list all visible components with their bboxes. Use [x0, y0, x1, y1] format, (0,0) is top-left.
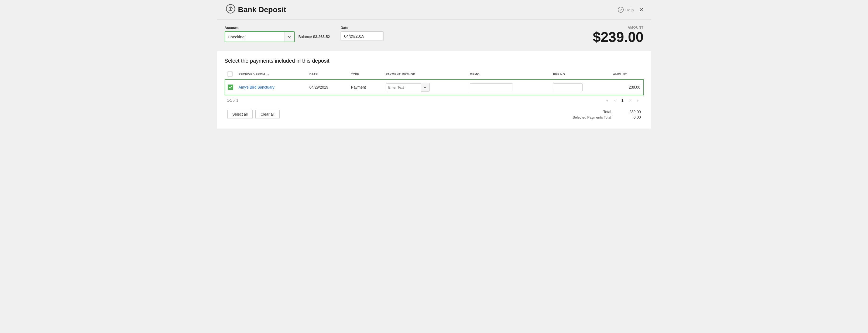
pagination-controls: « ‹ 1 › » [604, 97, 641, 104]
payment-method-input[interactable] [386, 83, 421, 91]
form-section: Account Checking Balance $3,263.52 Date … [217, 20, 651, 51]
td-type: Payment [348, 79, 383, 95]
section-title: Select the payments included in this dep… [225, 58, 644, 64]
th-received-from[interactable]: RECEIVED FROM ▲ [236, 70, 307, 79]
help-circle-icon: ? [618, 7, 624, 13]
th-amount: AMOUNT [610, 70, 643, 79]
row-checkbox-cell [225, 79, 236, 95]
payment-method-cell [386, 83, 465, 91]
footer-actions: Select all Clear all Total 239.00 Select… [225, 105, 644, 122]
selected-payments-row: Selected Payments Total 0.00 [557, 115, 641, 119]
pagination-info: 1-1 of 1 [227, 99, 238, 102]
current-page: 1 [619, 97, 626, 104]
date-label: Date [341, 26, 384, 30]
total-value: 239.00 [622, 110, 641, 114]
account-dropdown-button[interactable] [284, 32, 294, 41]
account-input-row: Checking [225, 31, 295, 42]
main-content: Select the payments included in this dep… [217, 51, 651, 129]
first-page-button[interactable]: « [604, 97, 611, 104]
amount-group: AMOUNT $239.00 [593, 26, 644, 45]
th-payment-method[interactable]: PAYMENT METHOD [383, 70, 467, 79]
table-row: Amy's Bird Sanctuary 04/29/2019 Payment [225, 79, 643, 95]
payment-method-dropdown[interactable] [421, 83, 430, 91]
customer-link[interactable]: Amy's Bird Sanctuary [239, 85, 275, 89]
account-label: Account [225, 26, 330, 30]
page-wrapper: Bank Deposit ? Help × Account Checking B… [217, 0, 651, 129]
ref-no-input[interactable] [553, 83, 583, 91]
th-ref-no[interactable]: REF NO. [550, 70, 611, 79]
date-input[interactable]: 04/29/2019 [341, 31, 384, 41]
row-checkbox[interactable] [228, 85, 233, 90]
td-date: 04/29/2019 [307, 79, 348, 95]
sort-arrow-icon: ▲ [267, 73, 269, 76]
td-ref-no [550, 79, 611, 95]
memo-input[interactable] [470, 83, 513, 91]
account-group: Account Checking Balance $3,263.52 [225, 26, 330, 42]
next-page-button[interactable]: › [627, 97, 633, 104]
prev-page-button[interactable]: ‹ [612, 97, 618, 104]
select-all-checkbox[interactable] [227, 72, 232, 77]
bank-deposit-icon [225, 5, 234, 15]
selected-payments-label: Selected Payments Total [557, 115, 611, 119]
td-payment-method [383, 79, 467, 95]
account-input[interactable]: Checking [225, 32, 284, 41]
balance-label: Balance $3,263.52 [299, 34, 330, 39]
date-group: Date 04/29/2019 [341, 26, 384, 41]
select-all-button[interactable]: Select all [227, 110, 253, 119]
th-memo[interactable]: MEMO [467, 70, 550, 79]
help-button[interactable]: ? Help [618, 7, 634, 13]
td-memo [467, 79, 550, 95]
td-amount: 239.00 [610, 79, 643, 95]
selected-payments-value: 0.00 [622, 115, 641, 119]
last-page-button[interactable]: » [634, 97, 641, 104]
th-type[interactable]: TYPE [348, 70, 383, 79]
amount-label: AMOUNT [593, 26, 644, 29]
total-label: Total [557, 110, 611, 114]
td-received-from: Amy's Bird Sanctuary [236, 79, 307, 95]
total-row: Total 239.00 [557, 110, 641, 114]
select-clear-buttons: Select all Clear all [227, 110, 280, 119]
th-date[interactable]: DATE [307, 70, 348, 79]
page-title: Bank Deposit [238, 5, 286, 14]
amount-value: $239.00 [593, 29, 644, 45]
totals-section: Total 239.00 Selected Payments Total 0.0… [557, 110, 641, 119]
th-checkbox [225, 70, 236, 79]
pagination-row: 1-1 of 1 « ‹ 1 › » [225, 95, 644, 105]
table-header-row: RECEIVED FROM ▲ DATE TYPE PAYMENT METHOD… [225, 70, 643, 79]
header-actions: ? Help × [618, 6, 643, 13]
close-button[interactable]: × [639, 6, 643, 13]
header: Bank Deposit ? Help × [217, 0, 651, 20]
payments-table: RECEIVED FROM ▲ DATE TYPE PAYMENT METHOD… [225, 70, 644, 95]
balance-amount: $3,263.52 [313, 34, 330, 39]
clear-all-button[interactable]: Clear all [255, 110, 279, 119]
